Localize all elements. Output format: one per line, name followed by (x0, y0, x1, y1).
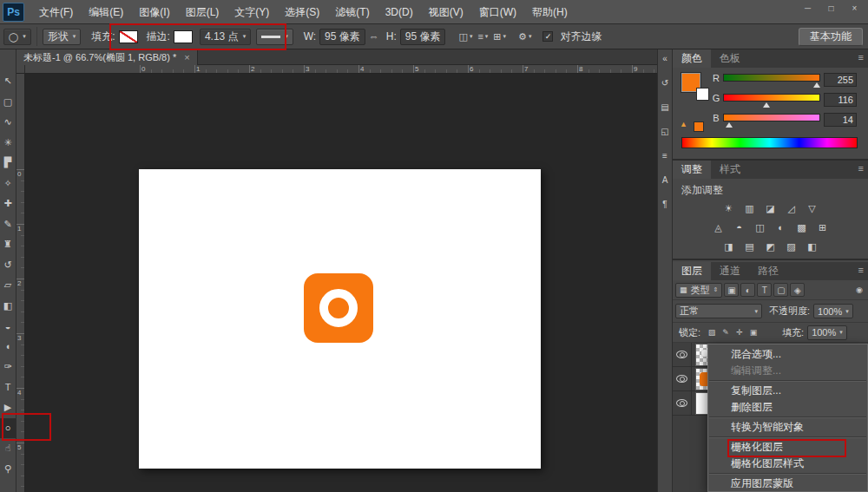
geometry-settings-button[interactable]: ⚙▾ (516, 29, 534, 45)
g-slider-thumb[interactable] (763, 102, 770, 108)
gamut-warning-icon[interactable]: ▲ (680, 120, 687, 128)
document-close-icon[interactable]: × (184, 52, 189, 62)
zoom-tool[interactable]: ⚲ (0, 459, 16, 480)
align-edges-checkbox[interactable]: ✓ 对齐边缘 (542, 30, 605, 44)
tab-channels[interactable]: 通道 (711, 262, 749, 280)
menu-view[interactable]: 视图(V) (421, 0, 471, 24)
info-panel-icon[interactable]: ◱ (658, 125, 672, 138)
curves-icon[interactable]: ◪ (764, 201, 777, 215)
stroke-swatch[interactable] (174, 30, 193, 43)
document-canvas[interactable] (139, 169, 541, 469)
color-spectrum-ramp[interactable] (681, 137, 858, 148)
filter-pixel-layers-icon[interactable]: ▣ (724, 283, 739, 297)
visibility-toggle[interactable] (673, 391, 692, 416)
character-panel-icon[interactable]: A (658, 174, 672, 187)
b-slider[interactable] (723, 114, 820, 121)
filter-toggle-icon[interactable]: ◉ (853, 284, 865, 296)
exposure-icon[interactable]: ◿ (785, 201, 798, 215)
menu-item-delete-layer[interactable]: 删除图层 (708, 399, 867, 416)
vibrance-icon[interactable]: ▽ (806, 201, 819, 215)
properties-panel-icon[interactable]: ≡ (658, 149, 672, 162)
tab-styles[interactable]: 样式 (711, 161, 749, 179)
panel-menu-icon[interactable]: ≡ (858, 163, 864, 174)
menu-item-duplicate-layer[interactable]: 复制图层... (708, 383, 867, 399)
pen-tool[interactable]: ✑ (0, 357, 16, 377)
menu-item-rasterize-layer-style[interactable]: 栅格化图层样式 (708, 456, 867, 472)
document-tab[interactable]: 未标题-1 @ 66.7%(椭圆 1, RGB/8) * × (16, 49, 198, 65)
history-panel-icon[interactable]: ↺ (658, 76, 672, 89)
tool-preset-picker[interactable]: ◯▾ (3, 29, 31, 45)
close-button[interactable]: × (843, 0, 866, 16)
gamut-swatch[interactable] (694, 121, 704, 132)
path-arrangement-button[interactable]: ⊞▾ (490, 29, 509, 45)
canvas-viewport[interactable] (25, 74, 657, 492)
lock-position-icon[interactable]: ✛ (733, 326, 746, 338)
tab-swatches[interactable]: 色板 (711, 49, 749, 68)
r-slider-thumb[interactable] (813, 82, 820, 88)
crop-tool[interactable]: ▛ (0, 153, 16, 174)
g-slider[interactable] (723, 94, 820, 102)
quick-selection-tool[interactable]: ✳ (0, 133, 16, 154)
black-white-icon[interactable]: ◫ (753, 220, 766, 234)
fill-swatch[interactable] (119, 30, 138, 43)
color-lookup-icon[interactable]: ⊞ (816, 220, 829, 234)
background-color-swatch[interactable] (696, 88, 709, 101)
panel-menu-icon[interactable]: ≡ (858, 52, 864, 62)
healing-brush-tool[interactable]: ✚ (0, 194, 16, 214)
gradient-map-icon[interactable]: ▨ (785, 239, 798, 253)
clone-stamp-tool[interactable]: ♜ (0, 234, 16, 255)
b-slider-thumb[interactable] (726, 122, 733, 128)
path-operations-button[interactable]: ◫▾ (456, 29, 475, 45)
workspace-switcher-button[interactable]: 基本功能 (799, 28, 863, 46)
menu-edit[interactable]: 编辑(E) (81, 0, 131, 24)
eraser-tool[interactable]: ▱ (0, 275, 16, 296)
brightness-contrast-icon[interactable]: ☀ (722, 201, 735, 215)
blur-tool[interactable]: ◒ (0, 316, 16, 337)
orange-rounded-square-shape[interactable] (304, 273, 373, 343)
menu-3d[interactable]: 3D(D) (378, 0, 421, 24)
menu-item-blending-options[interactable]: 混合选项... (708, 346, 867, 363)
selective-color-icon[interactable]: ◧ (806, 239, 819, 253)
r-value-field[interactable]: 255 (824, 73, 857, 87)
menu-layer[interactable]: 图层(L) (178, 0, 227, 24)
menu-image[interactable]: 图像(I) (131, 0, 177, 24)
menu-window[interactable]: 窗口(W) (471, 0, 524, 24)
stroke-type-dropdown[interactable]: ▾ (256, 29, 293, 45)
channel-mixer-icon[interactable]: ▩ (795, 220, 808, 234)
maximize-button[interactable]: □ (819, 0, 843, 16)
blend-mode-dropdown[interactable]: 正常 ▾ (675, 304, 762, 318)
lock-pixels-icon[interactable]: ✎ (720, 326, 732, 338)
posterize-icon[interactable]: ▤ (743, 239, 756, 253)
tab-color[interactable]: 颜色 (673, 49, 711, 68)
ellipse-tool[interactable]: ○ (0, 418, 16, 439)
tab-adjustments[interactable]: 调整 (673, 161, 711, 179)
navigator-panel-icon[interactable]: ▤ (658, 101, 672, 114)
minimize-button[interactable]: ─ (796, 0, 819, 16)
menu-item-rasterize-layer[interactable]: 栅格化图层 (708, 439, 867, 456)
r-slider[interactable] (723, 74, 820, 82)
path-alignment-button[interactable]: ≡▾ (475, 29, 490, 45)
invert-icon[interactable]: ◨ (722, 239, 735, 253)
filter-type-layers-icon[interactable]: T (757, 283, 772, 297)
lock-transparency-icon[interactable]: ▨ (706, 326, 718, 338)
tab-paths[interactable]: 路径 (749, 262, 787, 280)
filter-shape-layers-icon[interactable]: ▢ (773, 283, 788, 297)
menu-type[interactable]: 文字(Y) (227, 0, 277, 24)
brush-tool[interactable]: ✎ (0, 214, 16, 235)
type-tool[interactable]: T (0, 377, 16, 398)
tab-layers[interactable]: 图层 (673, 262, 711, 280)
hue-saturation-icon[interactable]: ◬ (712, 220, 725, 234)
panel-menu-icon[interactable]: ≡ (858, 265, 864, 275)
menu-select[interactable]: 选择(S) (277, 0, 327, 24)
shape-width-field[interactable]: 95 像素 (319, 29, 365, 45)
shape-height-field[interactable]: 95 像素 (400, 29, 446, 45)
threshold-icon[interactable]: ◩ (764, 239, 777, 253)
eyedropper-tool[interactable]: ✧ (0, 174, 16, 194)
menu-item-apply-layer-mask[interactable]: 应用图层蒙版 (708, 476, 867, 492)
visibility-toggle[interactable] (673, 367, 692, 391)
color-balance-icon[interactable]: ◓ (733, 220, 746, 234)
opacity-dropdown[interactable]: 100% ▾ (813, 304, 853, 318)
layer-fill-dropdown[interactable]: 100% ▾ (807, 325, 847, 340)
history-brush-tool[interactable]: ↺ (0, 255, 16, 276)
link-dimensions-icon[interactable]: ⇔ (369, 30, 379, 43)
